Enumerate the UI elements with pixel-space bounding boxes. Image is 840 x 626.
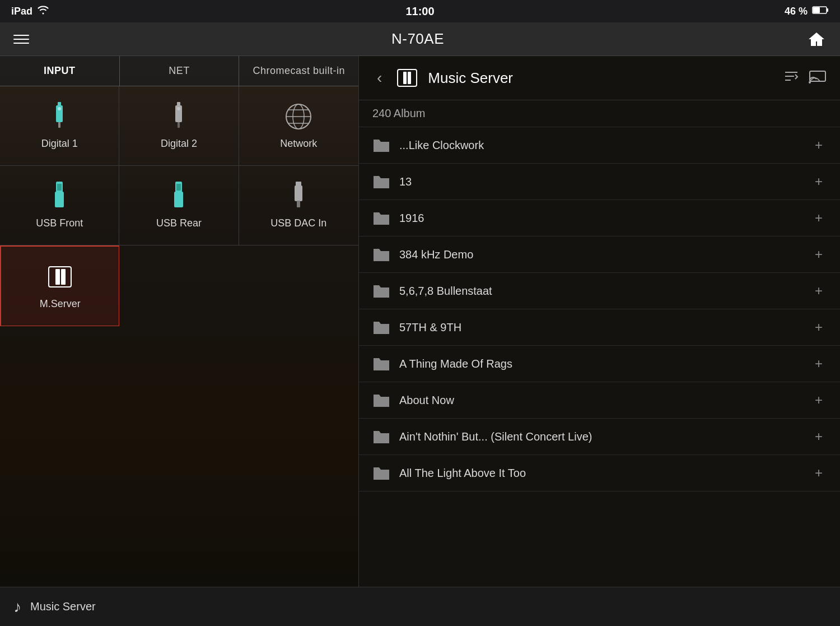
input-mserver[interactable]: M.Server [0, 245, 119, 326]
svg-point-37 [809, 81, 811, 84]
tab-chromecast[interactable]: Chromecast built-in [239, 56, 358, 86]
svg-rect-25 [295, 186, 302, 201]
svg-rect-26 [297, 201, 300, 207]
music-server-title: Music Server [428, 69, 774, 87]
svg-rect-2 [813, 7, 820, 13]
album-item[interactable]: 13 + [359, 164, 840, 200]
folder-icon [372, 356, 390, 372]
tab-net[interactable]: NET [120, 56, 240, 86]
hamburger-line [13, 39, 29, 40]
add-album-button[interactable]: + [811, 283, 827, 299]
wifi-icon [37, 6, 49, 17]
svg-rect-24 [296, 182, 301, 186]
album-count: 240 Album [359, 100, 840, 127]
svg-rect-19 [55, 192, 64, 207]
album-name: All The Light Above It Too [399, 467, 802, 480]
right-panel: ‹ Music Server [358, 56, 840, 587]
main-container: INPUT NET Chromecast built-in Digital 1 [0, 56, 840, 587]
svg-rect-30 [398, 69, 417, 86]
album-item[interactable]: 1916 + [359, 200, 840, 237]
add-album-button[interactable]: + [811, 319, 827, 335]
mserver-icon [45, 262, 74, 291]
add-album-button[interactable]: + [811, 465, 827, 481]
svg-rect-31 [403, 72, 407, 84]
svg-rect-32 [408, 72, 411, 84]
svg-rect-11 [178, 122, 180, 128]
now-playing-label: Music Server [30, 600, 96, 613]
svg-rect-3 [813, 41, 816, 46]
input-network[interactable]: Network [239, 86, 358, 166]
svg-rect-29 [61, 269, 66, 285]
folder-icon [372, 283, 390, 299]
album-name: ...Like Clockwork [399, 139, 802, 152]
album-name: A Thing Made Of Rags [399, 358, 802, 370]
back-button[interactable]: ‹ [372, 67, 386, 89]
input-usbdacin[interactable]: USB DAC In [239, 166, 358, 245]
input-digital2[interactable]: Digital 2 [119, 86, 239, 166]
svg-rect-1 [827, 8, 828, 12]
album-name: Ain't Nothin' But... (Silent Concert Liv… [399, 430, 802, 443]
album-item[interactable]: A Thing Made Of Rags + [359, 346, 840, 382]
add-album-button[interactable]: + [811, 137, 827, 153]
svg-rect-4 [817, 41, 820, 46]
svg-rect-28 [55, 269, 60, 285]
input-digital1[interactable]: Digital 1 [0, 86, 119, 166]
home-button[interactable] [806, 29, 827, 49]
usbdacin-icon [288, 182, 309, 211]
svg-rect-22 [174, 192, 183, 207]
svg-rect-7 [58, 122, 60, 128]
album-item[interactable]: 384 kHz Demo + [359, 237, 840, 273]
status-right: 46 % [785, 6, 829, 17]
album-item[interactable]: All The Light Above It Too + [359, 455, 840, 491]
input-usbrear[interactable]: USB Rear [119, 166, 239, 245]
tab-input[interactable]: INPUT [0, 56, 120, 86]
folder-icon [372, 210, 390, 226]
hamburger-line [13, 35, 29, 36]
bottom-bar: ♪ Music Server [0, 587, 840, 626]
hamburger-line [13, 43, 29, 44]
cast-icon[interactable] [809, 68, 827, 88]
album-name: 384 kHz Demo [399, 248, 802, 261]
digital1-label: Digital 1 [41, 138, 78, 150]
add-album-button[interactable]: + [811, 247, 827, 262]
hamburger-menu-button[interactable] [13, 35, 29, 44]
device-title: N-70AE [391, 30, 444, 48]
header-actions [783, 68, 827, 89]
mserver-label: M.Server [40, 298, 81, 310]
album-item[interactable]: About Now + [359, 382, 840, 419]
battery-icon [812, 6, 829, 17]
music-server-header-icon [395, 66, 419, 90]
svg-rect-20 [57, 184, 62, 191]
album-name: 1916 [399, 212, 802, 225]
album-item[interactable]: 57TH & 9TH + [359, 309, 840, 346]
status-bar: iPad 11:00 46 % [0, 0, 840, 22]
input-tabs: INPUT NET Chromecast built-in [0, 56, 358, 86]
album-item[interactable]: 5,6,7,8 Bullenstaat + [359, 273, 840, 309]
ipad-label: iPad [11, 6, 32, 17]
folder-icon [372, 429, 390, 444]
svg-rect-36 [810, 71, 825, 81]
album-item[interactable]: Ain't Nothin' But... (Silent Concert Liv… [359, 419, 840, 455]
album-name: 57TH & 9TH [399, 321, 802, 334]
sort-icon[interactable] [783, 68, 800, 89]
usbfront-icon [49, 182, 69, 211]
battery-percent: 46 % [785, 6, 808, 17]
add-album-button[interactable]: + [811, 210, 827, 226]
svg-rect-23 [176, 184, 181, 191]
add-album-button[interactable]: + [811, 356, 827, 372]
album-item[interactable]: ...Like Clockwork + [359, 127, 840, 164]
svg-point-12 [177, 107, 180, 110]
network-label: Network [280, 138, 317, 150]
usbrear-icon [169, 182, 189, 211]
digital2-icon [169, 102, 189, 131]
usbrear-label: USB Rear [156, 217, 202, 229]
input-usbfront[interactable]: USB Front [0, 166, 119, 245]
add-album-button[interactable]: + [811, 392, 827, 408]
digital2-label: Digital 2 [161, 138, 197, 150]
folder-icon [372, 174, 390, 189]
album-name: About Now [399, 394, 802, 407]
add-album-button[interactable]: + [811, 174, 827, 189]
network-icon [284, 102, 313, 131]
add-album-button[interactable]: + [811, 429, 827, 444]
usbdacin-label: USB DAC In [270, 217, 326, 229]
